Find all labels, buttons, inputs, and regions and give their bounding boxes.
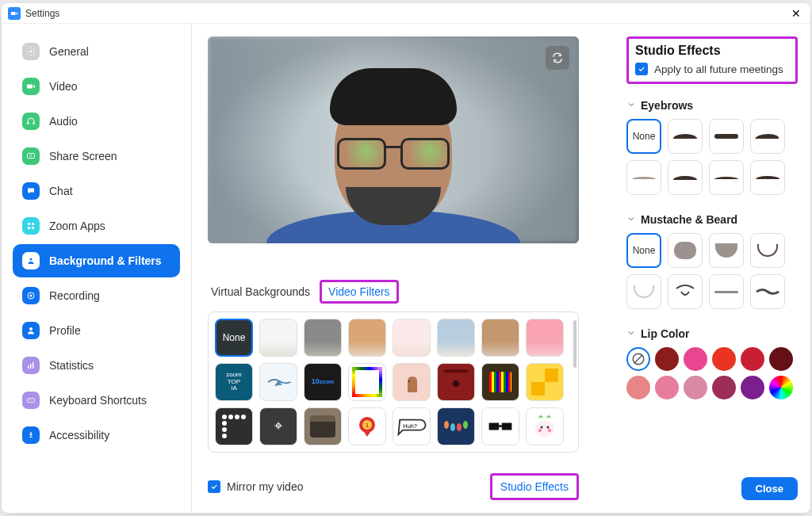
lipcolor-option[interactable] bbox=[655, 376, 679, 399]
lipcolor-option[interactable] bbox=[626, 376, 650, 399]
filter-item[interactable] bbox=[437, 363, 475, 401]
filter-item[interactable] bbox=[437, 407, 475, 445]
sidebar-item-label: Keyboard Shortcuts bbox=[49, 394, 147, 407]
filter-item[interactable] bbox=[481, 363, 519, 401]
filter-item[interactable] bbox=[481, 319, 519, 357]
filter-item[interactable] bbox=[348, 319, 386, 357]
lipcolor-option[interactable] bbox=[712, 376, 736, 399]
section-mustache-toggle[interactable]: Mustache & Beard bbox=[626, 212, 798, 227]
lipcolor-custom[interactable] bbox=[769, 376, 793, 399]
svg-point-32 bbox=[444, 421, 449, 429]
eyebrow-option[interactable] bbox=[709, 119, 744, 154]
mustache-option[interactable] bbox=[626, 274, 661, 309]
filter-item[interactable]: ⌖ bbox=[259, 407, 297, 445]
lipcolor-option[interactable] bbox=[741, 376, 764, 399]
svg-rect-37 bbox=[502, 422, 512, 430]
sidebar-item-statistics[interactable]: Statistics bbox=[13, 349, 180, 382]
svg-rect-7 bbox=[32, 227, 34, 229]
lipcolor-option[interactable] bbox=[684, 347, 707, 371]
svg-point-19 bbox=[30, 432, 32, 434]
sidebar-item-audio[interactable]: Audio bbox=[13, 105, 180, 138]
filter-item[interactable] bbox=[215, 407, 253, 445]
section-lipcolor-toggle[interactable]: Lip Color bbox=[626, 327, 798, 341]
lipcolor-option[interactable] bbox=[655, 347, 679, 371]
filter-grid[interactable]: None zoomTOPIA 10zoom bbox=[208, 312, 579, 453]
filter-item[interactable] bbox=[348, 363, 386, 401]
sidebar-item-video[interactable]: Video bbox=[13, 70, 180, 103]
sidebar-item-label: Background & Filters bbox=[49, 254, 162, 267]
section-eyebrows-toggle[interactable]: Eyebrows bbox=[626, 98, 798, 113]
filter-item[interactable] bbox=[393, 363, 431, 401]
section-eyebrows-title: Eyebrows bbox=[641, 99, 693, 112]
filter-item[interactable]: 1 bbox=[348, 407, 386, 445]
tab-video-filters[interactable]: Video Filters bbox=[320, 280, 399, 304]
filter-item[interactable] bbox=[437, 319, 475, 357]
eyebrow-option[interactable] bbox=[626, 160, 661, 195]
svg-rect-15 bbox=[28, 399, 35, 403]
filter-item[interactable]: Huh? bbox=[393, 407, 431, 445]
lipcolor-option[interactable] bbox=[684, 376, 707, 399]
checkbox-icon bbox=[635, 63, 648, 75]
lipcolor-option[interactable] bbox=[769, 347, 793, 371]
video-icon bbox=[22, 78, 40, 95]
close-icon[interactable]: ✕ bbox=[788, 6, 804, 21]
sidebar-item-profile[interactable]: Profile bbox=[13, 314, 180, 347]
mustache-option[interactable] bbox=[668, 233, 703, 268]
filter-item[interactable] bbox=[304, 319, 342, 357]
filter-item[interactable] bbox=[304, 407, 342, 445]
lipcolor-option[interactable] bbox=[712, 347, 736, 371]
svg-point-22 bbox=[228, 415, 233, 419]
sidebar-item-zoom-apps[interactable]: Zoom Apps bbox=[13, 209, 180, 243]
sidebar-item-background-filters[interactable]: Background & Filters bbox=[13, 244, 180, 277]
filter-item[interactable] bbox=[393, 319, 431, 357]
filter-item[interactable] bbox=[259, 319, 297, 357]
close-button[interactable]: Close bbox=[741, 477, 798, 500]
sidebar-item-label: Accessibility bbox=[49, 429, 109, 441]
filter-item[interactable]: zoomTOPIA bbox=[215, 363, 253, 401]
mustache-option[interactable] bbox=[750, 274, 785, 309]
sidebar-item-general[interactable]: General bbox=[13, 35, 180, 68]
settings-window: Settings ✕ General Video Audio Share Scr… bbox=[2, 3, 810, 513]
sidebar-item-share-screen[interactable]: Share Screen bbox=[13, 140, 180, 173]
eyebrow-none[interactable]: None bbox=[626, 119, 661, 154]
mustache-option[interactable] bbox=[668, 274, 703, 309]
mustache-none[interactable]: None bbox=[626, 233, 661, 268]
eyebrow-option[interactable] bbox=[668, 119, 703, 154]
sidebar-item-recording[interactable]: Recording bbox=[13, 279, 180, 312]
chevron-down-icon bbox=[626, 327, 636, 341]
eyebrow-option[interactable] bbox=[750, 160, 785, 195]
eyebrows-options: None bbox=[626, 119, 798, 195]
sidebar-item-label: General bbox=[49, 45, 89, 58]
mustache-option[interactable] bbox=[750, 233, 785, 268]
lipcolor-none[interactable] bbox=[626, 347, 650, 371]
eyebrow-option[interactable] bbox=[668, 160, 703, 195]
filter-none[interactable]: None bbox=[215, 319, 253, 357]
mustache-option[interactable] bbox=[709, 274, 744, 309]
apply-all-checkbox[interactable]: Apply to all future meetings bbox=[635, 63, 789, 75]
filter-item[interactable]: 10zoom bbox=[304, 363, 342, 401]
tab-virtual-backgrounds[interactable]: Virtual Backgrounds bbox=[208, 282, 313, 301]
statistics-icon bbox=[22, 357, 40, 374]
mirror-video-label: Mirror my video bbox=[227, 480, 303, 493]
eyebrow-option[interactable] bbox=[750, 119, 785, 154]
sidebar-item-accessibility[interactable]: Accessibility bbox=[13, 419, 180, 452]
scrollbar[interactable] bbox=[573, 320, 576, 368]
mirror-video-checkbox[interactable]: Mirror my video bbox=[208, 480, 303, 493]
chevron-down-icon bbox=[626, 212, 636, 227]
studio-effects-title: Studio Effects bbox=[635, 44, 789, 58]
sidebar-item-keyboard-shortcuts[interactable]: Keyboard Shortcuts bbox=[13, 384, 180, 417]
filter-item[interactable] bbox=[481, 407, 519, 445]
rotate-camera-button[interactable] bbox=[546, 46, 569, 70]
filter-item[interactable] bbox=[526, 363, 564, 401]
eyebrow-option[interactable] bbox=[709, 160, 744, 195]
lipcolor-option[interactable] bbox=[741, 347, 764, 371]
svg-text:1: 1 bbox=[366, 422, 370, 429]
sidebar-item-chat[interactable]: Chat bbox=[13, 174, 180, 208]
filter-item[interactable] bbox=[259, 363, 297, 401]
filter-item[interactable] bbox=[526, 319, 564, 357]
lipcolor-options bbox=[626, 347, 798, 399]
svg-rect-38 bbox=[499, 425, 502, 427]
mustache-option[interactable] bbox=[709, 233, 744, 268]
filter-item[interactable] bbox=[526, 407, 564, 445]
studio-effects-link[interactable]: Studio Effects bbox=[490, 473, 579, 500]
